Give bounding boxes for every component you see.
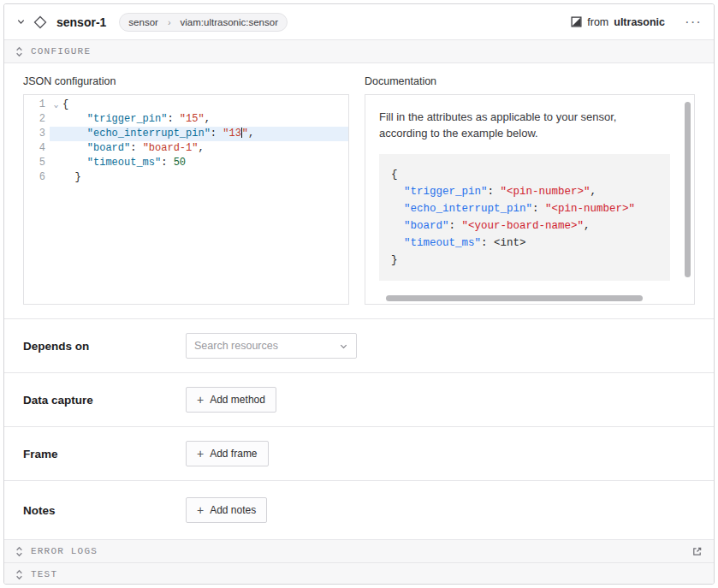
overflow-menu-icon[interactable]: ··· <box>685 15 702 29</box>
unfold-icon <box>15 546 23 557</box>
fold-gutter <box>50 141 62 156</box>
notes-row: Notes + Add notes <box>4 480 714 539</box>
editor-line[interactable]: 2 "trigger_pin": "15", <box>24 112 348 127</box>
component-title: sensor-1 <box>56 15 106 29</box>
depends-on-select[interactable]: Search resources <box>186 333 357 359</box>
line-number: 6 <box>24 170 50 185</box>
editor-line[interactable]: 6 } <box>24 170 348 185</box>
horizontal-scrollbar-thumb[interactable] <box>386 295 643 301</box>
add-notes-button[interactable]: + Add notes <box>186 497 267 523</box>
depends-on-row: Depends on Search resources <box>4 318 714 372</box>
collapse-chevron-icon[interactable] <box>16 17 26 27</box>
module-icon <box>571 16 582 27</box>
plus-icon: + <box>197 504 204 516</box>
component-card: sensor-1 sensor › viam:ultrasonic:sensor… <box>3 3 715 585</box>
doc-code-line: "trigger_pin": "<pin-number>", <box>391 183 658 200</box>
fold-gutter <box>50 127 62 141</box>
notes-label: Notes <box>23 504 186 517</box>
fold-gutter <box>50 170 62 185</box>
line-number: 1 <box>24 98 50 112</box>
chevron-down-icon <box>339 342 348 351</box>
open-external-icon[interactable] <box>691 546 703 557</box>
line-number: 4 <box>24 141 50 156</box>
add-notes-button-label: Add notes <box>210 504 256 516</box>
test-section-bar[interactable]: TEST <box>4 562 714 585</box>
add-frame-button[interactable]: + Add frame <box>186 441 269 466</box>
add-method-button-label: Add method <box>210 394 265 406</box>
doc-code-line: } <box>391 252 658 269</box>
plus-icon: + <box>197 394 204 406</box>
fold-chevron-icon[interactable]: ⌄ <box>50 98 62 112</box>
editor-line[interactable]: 3 "echo_interrupt_pin": "13", <box>24 127 348 141</box>
json-editor[interactable]: 1⌄{2 "trigger_pin": "15",3 "echo_interru… <box>23 94 349 305</box>
fold-gutter <box>50 156 62 170</box>
frame-label: Frame <box>23 448 186 460</box>
add-method-button[interactable]: + Add method <box>186 387 276 413</box>
sensor-diamond-icon <box>33 15 47 29</box>
json-configuration-label: JSON configuration <box>23 75 349 87</box>
data-capture-label: Data capture <box>23 394 186 407</box>
documentation-intro-text: Fill in the attributes as applicable to … <box>379 110 662 142</box>
editor-line[interactable]: 1⌄{ <box>24 98 348 112</box>
doc-code-line: { <box>391 166 658 183</box>
from-label: from <box>587 16 608 28</box>
documentation-panel: Fill in the attributes as applicable to … <box>365 94 695 305</box>
documentation-label: Documentation <box>365 75 695 87</box>
configure-section-bar[interactable]: CONFIGURE <box>4 40 714 63</box>
add-frame-button-label: Add frame <box>210 448 257 460</box>
plus-icon: + <box>197 448 204 460</box>
line-number: 5 <box>24 156 50 170</box>
depends-on-label: Depends on <box>23 340 186 353</box>
vertical-scrollbar-thumb[interactable] <box>685 102 691 277</box>
configure-content: JSON configuration 1⌄{2 "trigger_pin": "… <box>4 63 714 318</box>
configure-section-label: CONFIGURE <box>31 46 91 56</box>
component-header: sensor-1 sensor › viam:ultrasonic:sensor… <box>4 4 714 40</box>
unfold-icon <box>15 569 23 580</box>
error-logs-section-label: ERROR LOGS <box>31 546 98 556</box>
type-badge: sensor <box>120 14 167 31</box>
doc-code-line: "echo_interrupt_pin": "<pin-number>" <box>391 200 658 217</box>
doc-code-line: "board": "<your-board-name>", <box>391 217 658 235</box>
doc-code-block: { "trigger_pin": "<pin-number>", "echo_i… <box>379 154 670 281</box>
component-type-badges: sensor › viam:ultrasonic:sensor <box>119 13 288 32</box>
editor-line[interactable]: 5 "timeout_ms": 50 <box>24 156 348 170</box>
data-capture-row: Data capture + Add method <box>4 372 714 426</box>
line-number: 3 <box>24 127 50 141</box>
module-origin: from ultrasonic <box>571 16 665 28</box>
editor-line[interactable]: 4 "board": "board-1", <box>24 141 348 156</box>
frame-row: Frame + Add frame <box>4 426 714 480</box>
model-badge: viam:ultrasonic:sensor <box>172 14 287 31</box>
depends-on-placeholder: Search resources <box>194 340 339 352</box>
json-editor-lines: 1⌄{2 "trigger_pin": "15",3 "echo_interru… <box>24 98 348 185</box>
from-module-name: ultrasonic <box>614 16 665 28</box>
test-section-label: TEST <box>31 569 57 579</box>
doc-code-line: "timeout_ms": <int> <box>391 235 658 252</box>
line-number: 2 <box>24 112 50 127</box>
error-logs-section-bar[interactable]: ERROR LOGS <box>4 539 714 562</box>
unfold-icon <box>15 46 23 57</box>
fold-gutter <box>50 112 62 127</box>
